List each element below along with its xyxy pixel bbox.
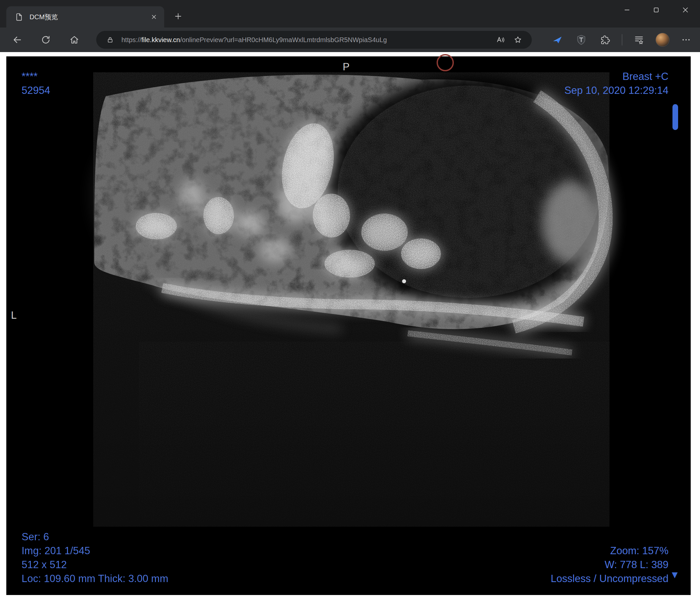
viewer-scrollbar-thumb[interactable]	[672, 104, 678, 130]
document-icon	[13, 11, 25, 23]
maximize-button[interactable]	[642, 0, 671, 20]
zoom-level: Zoom: 157%	[551, 544, 669, 558]
home-button[interactable]	[66, 31, 83, 48]
refresh-icon	[41, 35, 51, 45]
overlay-bottom-left: Ser: 6 Img: 201 1/545 512 x 512 Loc: 109…	[22, 530, 168, 586]
mri-image	[6, 56, 691, 595]
orientation-marker-posterior: P	[343, 61, 350, 73]
puzzle-icon	[599, 34, 611, 46]
lock-icon[interactable]	[104, 34, 116, 46]
matrix-size: 512 x 512	[22, 558, 168, 572]
acquisition-datetime: Sep 10, 2020 12:29:14	[564, 84, 669, 98]
settings-menu-button[interactable]	[679, 32, 693, 47]
favorite-button[interactable]	[512, 34, 524, 46]
ellipsis-icon	[681, 35, 691, 45]
back-arrow-icon	[12, 35, 22, 45]
tab-strip: DCM预览	[0, 0, 700, 28]
read-aloud-icon	[496, 35, 505, 44]
overlay-top-right: Breast +C Sep 10, 2020 12:29:14	[564, 70, 669, 98]
profile-avatar[interactable]	[655, 33, 670, 47]
window-level: W: 778 L: 389	[551, 558, 669, 572]
home-icon	[69, 35, 79, 45]
url-scheme: https://	[121, 36, 141, 44]
series-number: Ser: 6	[22, 530, 168, 544]
browser-tab[interactable]: DCM预览	[6, 6, 164, 28]
toolbar-divider	[622, 34, 622, 46]
back-button[interactable]	[9, 31, 26, 48]
favorites-list-star-icon	[634, 34, 644, 45]
overlay-top-left: **** 52954	[22, 70, 50, 98]
favorites-hub-button[interactable]	[632, 32, 646, 47]
viewer-scroll-down-icon[interactable]: ▼	[670, 570, 680, 580]
new-tab-button[interactable]	[170, 8, 186, 24]
tab-close-button[interactable]	[148, 11, 159, 23]
url-domain: file.kkview.cn	[141, 36, 180, 44]
compression-info: Lossless / Uncompressed	[551, 572, 669, 586]
star-icon	[514, 35, 522, 44]
shield-t-extension-icon	[576, 34, 587, 46]
window-controls	[612, 0, 700, 20]
address-bar[interactable]: https://file.kkview.cn/onlinePreview?url…	[96, 31, 532, 49]
accession-number: 52954	[22, 84, 50, 98]
orientation-marker-left: L	[11, 309, 17, 321]
shield-extension-button[interactable]	[574, 32, 589, 47]
image-number: Img: 201 1/545	[22, 544, 168, 558]
blue-bird-extension-icon	[552, 34, 563, 46]
read-aloud-button[interactable]	[495, 34, 506, 46]
protocol-label: Breast +C	[564, 70, 669, 84]
url-text: https://file.kkview.cn/onlinePreview?url…	[121, 36, 489, 44]
page-content: **** 52954 Breast +C Sep 10, 2020 12:29:…	[0, 52, 700, 597]
url-path: /onlinePreview?url=aHR0cHM6Ly9maWxlLmtrd…	[180, 36, 387, 44]
refresh-button[interactable]	[37, 31, 54, 48]
toolbar: https://file.kkview.cn/onlinePreview?url…	[0, 28, 700, 52]
minimize-button[interactable]	[612, 0, 642, 20]
overlay-bottom-right: Zoom: 157% W: 778 L: 389 Lossless / Unco…	[551, 544, 669, 586]
toolbar-extensions-area	[550, 32, 693, 47]
dicom-viewer-canvas[interactable]: **** 52954 Breast +C Sep 10, 2020 12:29:…	[6, 56, 691, 595]
slice-location-thickness: Loc: 109.60 mm Thick: 3.00 mm	[22, 572, 168, 586]
annotation-circle	[436, 54, 454, 71]
tab-title: DCM预览	[29, 12, 144, 22]
blue-extension-button[interactable]	[550, 32, 565, 47]
extensions-button[interactable]	[598, 32, 612, 47]
patient-id-masked: ****	[22, 70, 50, 84]
browser-window: DCM预览	[0, 0, 700, 597]
close-button[interactable]	[671, 0, 700, 20]
